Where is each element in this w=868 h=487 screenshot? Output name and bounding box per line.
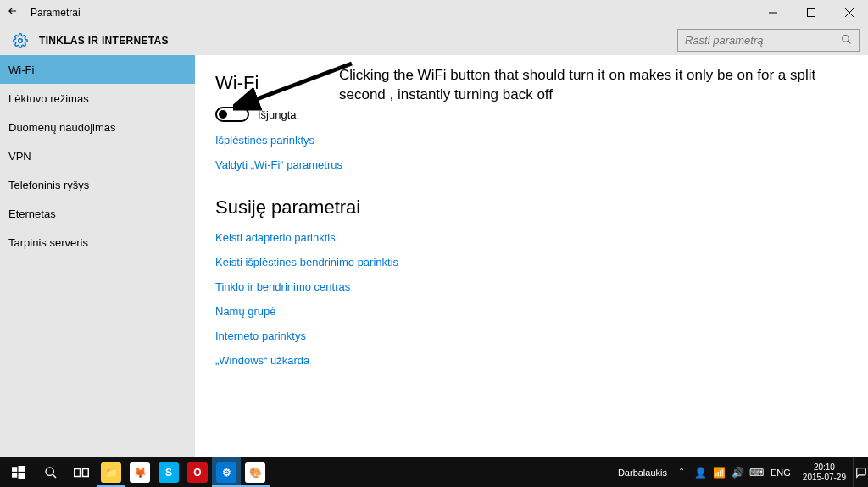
desktop-label[interactable]: Darbalaukis <box>613 468 672 478</box>
tray-network-icon[interactable]: 📶 <box>709 467 728 479</box>
task-view-button[interactable] <box>66 457 97 487</box>
taskbar-app-explorer[interactable]: 📁 <box>97 457 125 487</box>
tray-notifications-icon[interactable] <box>853 457 868 487</box>
svg-rect-15 <box>83 468 89 476</box>
window-title: Parametrai <box>31 7 81 19</box>
settings-sidebar: Wi-Fi Lėktuvo režimas Duomenų naudojimas… <box>0 55 195 457</box>
svg-rect-10 <box>12 473 17 478</box>
system-tray: Darbalaukis ˄ 👤 📶 🔊 ⌨ ENG 20:10 2015-07-… <box>613 457 868 487</box>
search-button[interactable] <box>36 457 66 487</box>
link-internet-options[interactable]: Interneto parinktys <box>215 329 848 342</box>
taskbar-app-firefox[interactable]: 🦊 <box>125 457 154 487</box>
window-titlebar: Parametrai <box>0 0 868 25</box>
svg-line-6 <box>848 41 850 43</box>
svg-point-5 <box>843 35 849 42</box>
settings-header: TINKLAS IR INTERNETAS <box>0 25 868 55</box>
gear-icon <box>12 32 29 49</box>
link-sharing-options[interactable]: Keisti išplėstines bendrinimo parinktis <box>215 256 848 268</box>
tray-keyboard-icon[interactable]: ⌨ <box>747 467 765 479</box>
tray-volume-icon[interactable]: 🔊 <box>728 467 747 479</box>
sidebar-item-airplane[interactable]: Lėktuvo režimas <box>0 84 195 113</box>
svg-rect-11 <box>18 473 25 479</box>
svg-rect-8 <box>12 467 17 472</box>
svg-line-13 <box>53 474 56 478</box>
link-firewall[interactable]: „Windows“ užkarda <box>215 354 848 367</box>
taskbar-app-settings[interactable]: ⚙ <box>212 457 241 487</box>
tray-chevron-icon[interactable]: ˄ <box>672 467 691 479</box>
page-category-heading: TINKLAS IR INTERNETAS <box>39 35 169 47</box>
minimize-button[interactable] <box>754 0 792 25</box>
search-input[interactable] <box>685 34 841 47</box>
wifi-toggle[interactable] <box>215 107 249 122</box>
back-button[interactable] <box>0 0 25 25</box>
tray-language[interactable]: ENG <box>765 468 796 478</box>
start-button[interactable] <box>0 457 36 487</box>
sidebar-item-ethernet[interactable]: Eternetas <box>0 199 195 228</box>
svg-rect-14 <box>75 468 81 476</box>
sidebar-item-dialup[interactable]: Telefoninis ryšys <box>0 170 195 199</box>
wifi-toggle-label: Išjungta <box>258 108 297 121</box>
svg-point-4 <box>19 38 23 42</box>
sidebar-item-wifi[interactable]: Wi-Fi <box>0 55 195 84</box>
maximize-button[interactable] <box>792 0 830 25</box>
sidebar-item-vpn[interactable]: VPN <box>0 141 195 170</box>
search-box[interactable] <box>677 29 860 52</box>
search-icon <box>841 34 852 47</box>
taskbar-app-opera[interactable]: O <box>183 457 212 487</box>
taskbar: 📁 🦊 S O ⚙ 🎨 Darbalaukis ˄ 👤 📶 🔊 ⌨ ENG 20… <box>0 457 868 487</box>
svg-rect-9 <box>18 466 25 472</box>
link-network-center[interactable]: Tinklo ir bendrinimo centras <box>215 280 848 293</box>
taskbar-app-paint[interactable]: 🎨 <box>241 457 270 487</box>
sidebar-item-proxy[interactable]: Tarpinis serveris <box>0 228 195 257</box>
link-homegroup[interactable]: Namų grupė <box>215 305 848 318</box>
svg-rect-1 <box>807 9 815 17</box>
link-advanced-options[interactable]: Išplėstinės parinktys <box>215 134 848 147</box>
tray-clock[interactable]: 20:10 2015-07-29 <box>796 462 853 482</box>
link-adapter-options[interactable]: Keisti adapterio parinktis <box>215 231 848 244</box>
tray-people-icon[interactable]: 👤 <box>691 467 709 479</box>
svg-point-12 <box>46 468 53 475</box>
close-button[interactable] <box>830 0 868 25</box>
sidebar-item-data-usage[interactable]: Duomenų naudojimas <box>0 113 195 141</box>
taskbar-app-skype[interactable]: S <box>154 457 183 487</box>
link-manage-wifi[interactable]: Valdyti „Wi-Fi“ parametrus <box>215 158 848 171</box>
related-heading: Susiję parametrai <box>215 196 848 219</box>
settings-content: Wi-Fi Išjungta Išplėstinės parinktys Val… <box>195 55 868 457</box>
annotation-text: Clicking the WiFi button that should tur… <box>339 66 831 105</box>
